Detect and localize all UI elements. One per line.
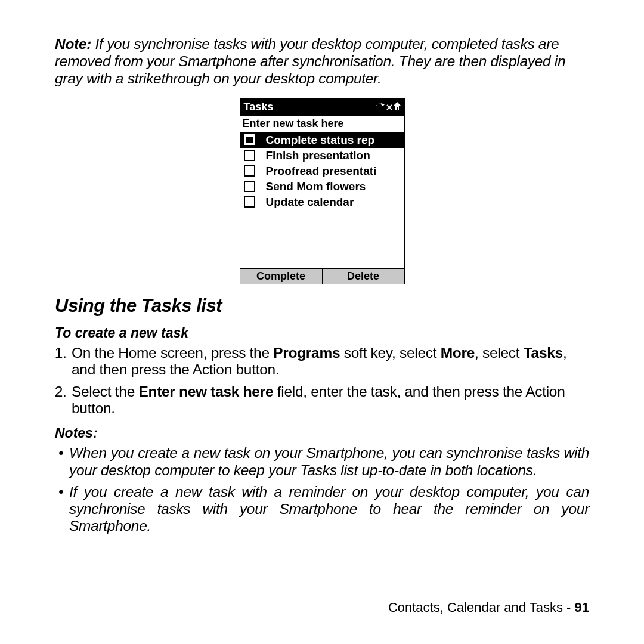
note-item: If you create a new task with a reminder… <box>57 484 589 534</box>
softkey-bar: Complete Delete <box>240 268 404 284</box>
task-checkbox[interactable] <box>244 150 255 161</box>
task-row[interactable]: Send Mom flowers <box>240 179 404 194</box>
softkey-complete[interactable]: Complete <box>240 269 322 284</box>
softkey-delete[interactable]: Delete <box>322 269 404 284</box>
task-label: Send Mom flowers <box>266 180 403 193</box>
note-item: When you create a new task on your Smart… <box>57 445 589 479</box>
task-checkbox[interactable] <box>244 196 255 208</box>
close-icon <box>386 101 392 113</box>
footer-text: Contacts, Calendar and Tasks - <box>388 600 575 615</box>
title-bar: Tasks <box>240 99 404 116</box>
app-title: Tasks <box>244 101 274 113</box>
task-checkbox[interactable] <box>244 165 255 177</box>
new-task-input[interactable]: Enter new task here <box>240 116 404 132</box>
task-label: Complete status rep <box>266 134 403 147</box>
note-text: If you synchronise tasks with your deskt… <box>55 36 565 86</box>
page-footer: Contacts, Calendar and Tasks - 91 <box>388 600 589 615</box>
notes-heading: Notes: <box>55 425 589 441</box>
task-list: Complete status rep Finish presentation … <box>240 132 404 268</box>
page-number: 91 <box>575 600 589 615</box>
task-row[interactable]: Proofread presentati <box>240 163 404 179</box>
section-heading: Using the Tasks list <box>55 295 589 317</box>
task-checkbox[interactable] <box>244 181 255 192</box>
task-label: Finish presentation <box>266 149 403 162</box>
task-label: Update calendar <box>266 196 403 209</box>
task-label: Proofread presentati <box>266 165 403 178</box>
signal-icon <box>394 101 401 113</box>
device-screenshot: Tasks Enter new task here <box>55 98 589 284</box>
steps-list: On the Home screen, press the Programs s… <box>55 345 589 417</box>
notes-list: When you create a new task on your Smart… <box>55 445 589 534</box>
subheading-create-task: To create a new task <box>55 325 589 341</box>
task-checkbox[interactable] <box>244 134 255 145</box>
sync-icon <box>376 101 385 113</box>
note-label: Note: <box>55 36 91 52</box>
step-2: Select the Enter new task here field, en… <box>70 383 589 417</box>
input-placeholder: Enter new task here <box>243 117 344 129</box>
task-row[interactable]: Update calendar <box>240 194 404 210</box>
step-1: On the Home screen, press the Programs s… <box>70 345 589 379</box>
note-paragraph: Note: If you synchronise tasks with your… <box>55 36 589 88</box>
task-row[interactable]: Finish presentation <box>240 148 404 163</box>
task-row[interactable]: Complete status rep <box>240 132 404 148</box>
